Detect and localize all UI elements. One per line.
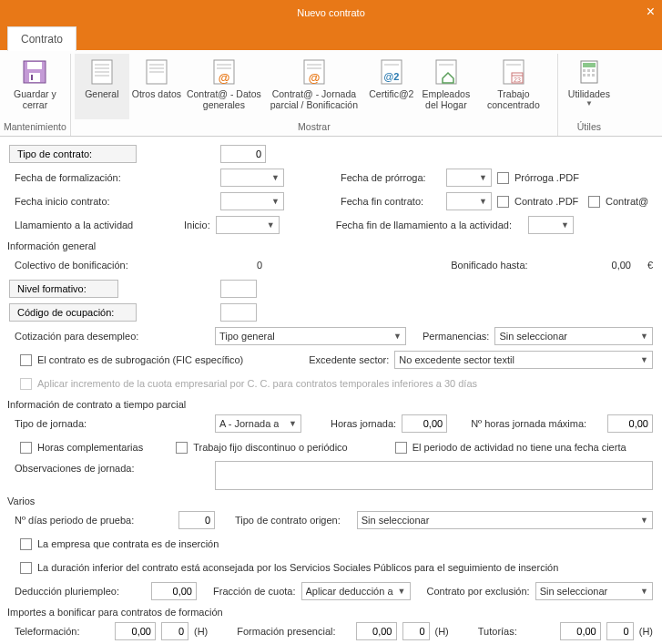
horas-complementarias-checkbox[interactable] [20, 442, 32, 454]
close-icon[interactable]: × [647, 4, 655, 20]
horas-maxima-input[interactable] [607, 414, 653, 433]
label: Tipo de contrato origen: [235, 515, 341, 526]
observaciones-textarea[interactable] [215, 461, 653, 490]
label: Fecha fin contrato: [341, 196, 441, 207]
svg-rect-2 [29, 73, 40, 82]
excedente-combo[interactable]: No excedente sector textil▼ [394, 351, 653, 369]
label: Tipo de jornada: [9, 418, 209, 429]
ribbon-label: Contrat@ - Jornada parcial / Bonificació… [266, 88, 362, 110]
combo-value: Sin seleccionar [540, 586, 608, 597]
codigo-ocupacion-button[interactable]: Código de ocupación: [9, 303, 137, 322]
ribbon-trabajo-concentrado[interactable]: 23 Trabajo concentrado [474, 54, 554, 119]
tipo-origen-combo[interactable]: Sin seleccionar▼ [357, 511, 653, 529]
label: Contrato por exclusión: [427, 586, 530, 597]
tutorias-horas-input[interactable] [606, 622, 634, 640]
ribbon-group-utiles: Utilidades ▼ Útiles [558, 54, 620, 136]
nivel-formativo-input[interactable] [220, 280, 257, 298]
tipo-jornada-combo[interactable]: A - Jornada a▼ [215, 414, 301, 433]
svg-text:@2: @2 [383, 71, 399, 82]
label: La duración inferior del contrato está a… [37, 562, 558, 573]
contrato-pdf-checkbox[interactable] [497, 196, 509, 208]
ribbon-guardar-cerrar[interactable]: Guardar y cerrar [7, 54, 62, 119]
duracion-inferior-checkbox[interactable] [20, 562, 32, 574]
ribbon-empleados-hogar[interactable]: Empleados del Hogar [419, 54, 474, 119]
ribbon-general[interactable]: General [75, 54, 129, 119]
formacion-presencial-euros-input[interactable] [356, 622, 397, 640]
formacion-presencial-horas-input[interactable] [402, 622, 430, 640]
fecha-inicio-combo[interactable]: ▼ [220, 192, 284, 210]
document-at-icon: @ [300, 57, 329, 87]
ribbon-group-mantenimiento: Guardar y cerrar Mantenimiento [0, 54, 71, 136]
teleformacion-horas-input[interactable] [161, 622, 188, 640]
permanencias-combo[interactable]: Sin seleccionar▼ [494, 327, 653, 345]
fecha-prorroga-combo[interactable]: ▼ [446, 169, 492, 187]
ribbon-utilidades[interactable]: Utilidades ▼ [562, 54, 616, 119]
value: 0 [257, 260, 262, 271]
label: (H) [639, 626, 653, 637]
label: Inicio: [184, 220, 210, 230]
section-header: Información general [7, 240, 653, 251]
chevron-down-icon: ▼ [265, 220, 277, 230]
chevron-down-icon: ▼ [586, 99, 593, 107]
label: Deducción pluriempleo: [9, 586, 146, 597]
fecha-fin-combo[interactable]: ▼ [446, 192, 492, 210]
codigo-ocupacion-input[interactable] [220, 303, 257, 322]
periodo-sin-fecha-checkbox[interactable] [395, 442, 407, 454]
label: Permanencias: [423, 331, 489, 342]
ribbon: Guardar y cerrar Mantenimiento General O… [0, 50, 662, 137]
subrogacion-checkbox[interactable] [20, 354, 32, 366]
svg-text:@: @ [219, 71, 230, 85]
ribbon-otros-datos[interactable]: Otros datos [129, 54, 184, 119]
cotizacion-combo[interactable]: Tipo general▼ [215, 327, 406, 345]
dias-prueba-input[interactable] [178, 511, 215, 529]
chevron-down-icon: ▼ [477, 173, 489, 182]
tutorias-euros-input[interactable] [560, 622, 601, 640]
contrato-exclusion-combo[interactable]: Sin seleccionar▼ [535, 582, 653, 600]
tipo-contrato-button[interactable]: Tipo de contrato: [9, 145, 137, 163]
svg-rect-38 [592, 74, 595, 77]
chevron-down-icon: ▼ [638, 587, 650, 596]
empresa-insercion-checkbox[interactable] [20, 538, 32, 550]
tipo-contrato-input[interactable] [220, 145, 266, 163]
chevron-down-icon: ▼ [477, 197, 489, 206]
teleformacion-euros-input[interactable] [115, 622, 156, 640]
chevron-down-icon: ▼ [638, 332, 650, 341]
prorroga-pdf-checkbox[interactable] [497, 172, 509, 184]
chevron-down-icon: ▼ [270, 197, 281, 206]
svg-rect-34 [587, 69, 590, 72]
combo-value: Aplicar deducción a [306, 586, 393, 597]
label: Trabajo fijo discontinuo o periódico [193, 442, 348, 453]
label: El periodo de actividad no tiene una fec… [412, 442, 626, 453]
chevron-down-icon: ▼ [270, 173, 281, 182]
contrata-checkbox[interactable] [588, 196, 600, 208]
svg-rect-32 [583, 63, 596, 67]
window-title: Nuevo contrato [297, 7, 365, 18]
label: La empresa que contrata es de inserción [37, 538, 219, 549]
ribbon-certific[interactable]: @2 Certific@2 [364, 54, 419, 119]
label: Aplicar incremento de la cuota empresari… [37, 378, 477, 389]
tab-contrato[interactable]: Contrato [7, 26, 76, 51]
chevron-down-icon: ▼ [638, 355, 650, 364]
inicio-llamamiento-combo[interactable]: ▼ [216, 216, 280, 234]
horas-jornada-input[interactable] [402, 414, 447, 433]
calculator-icon [575, 57, 604, 87]
fraccion-combo[interactable]: Aplicar deducción a▼ [301, 582, 411, 600]
label: Fecha fin de llamamiento a la actividad: [336, 220, 512, 230]
chevron-down-icon: ▼ [559, 220, 571, 230]
ribbon-contrata-datos[interactable]: @ Contrat@ - Datos generales [184, 54, 264, 119]
svg-rect-33 [583, 69, 586, 72]
combo-value: Sin seleccionar [499, 331, 567, 342]
ribbon-label: Empleados del Hogar [421, 88, 472, 110]
label: Cotización para desempleo: [9, 331, 209, 342]
deduccion-input[interactable] [151, 582, 197, 600]
label: Colectivo de bonificación: [9, 260, 146, 271]
trabajo-fijo-checkbox[interactable] [176, 442, 188, 454]
ribbon-label: Trabajo concentrado [475, 88, 552, 110]
nivel-formativo-button[interactable]: Nivel formativo: [9, 280, 118, 298]
combo-value: Sin seleccionar [362, 515, 430, 526]
label: Teleformación: [9, 626, 109, 637]
label: Tutorías: [478, 626, 517, 637]
fin-llamamiento-combo[interactable]: ▼ [528, 216, 574, 234]
ribbon-contrata-jornada[interactable]: @ Contrat@ - Jornada parcial / Bonificac… [264, 54, 364, 119]
fecha-formalizacion-combo[interactable]: ▼ [220, 169, 284, 187]
